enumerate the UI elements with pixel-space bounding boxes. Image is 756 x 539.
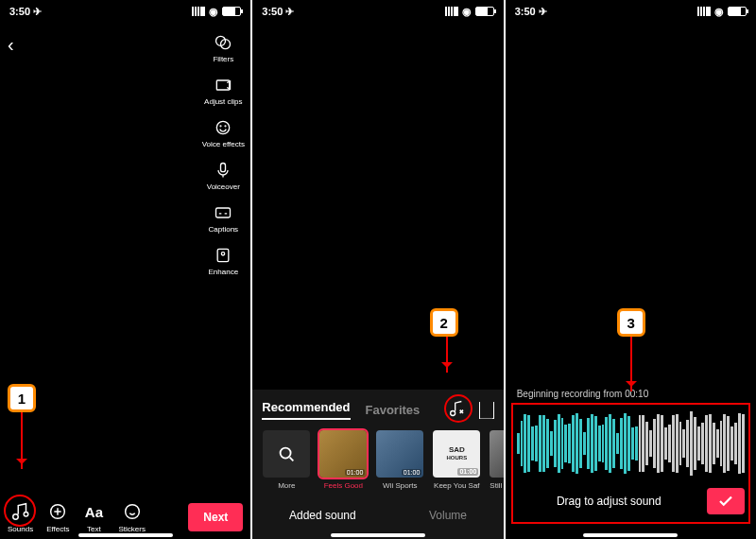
track-list: More 01:00 Feels Good 01:00 Wii Sports S… (252, 426, 503, 497)
status-bar: 3:50✈ ◉ (506, 0, 756, 23)
waveform[interactable] (517, 410, 745, 477)
drag-hint: Drag to adjust sound (517, 495, 701, 508)
annotation-arrow (446, 337, 448, 373)
status-time: 3:50 (9, 6, 30, 17)
location-icon: ✈ (285, 6, 294, 18)
adjust-clips-button[interactable]: Adjust clips (199, 75, 247, 106)
home-indicator (583, 533, 678, 537)
svg-point-5 (225, 126, 226, 127)
track-item[interactable]: 01:00 Feels Good (318, 430, 368, 490)
trim-sound-button[interactable] (449, 399, 468, 421)
battery-icon (728, 7, 747, 16)
stickers-button[interactable]: Stickers (118, 500, 145, 533)
status-bar: 3:50✈ ◉ (252, 0, 503, 23)
sounds-button[interactable]: Sounds (8, 500, 33, 533)
adjust-sound-screen: 3:50✈ ◉ Beginning recording from 00:10 D… (506, 0, 756, 539)
annotation-arrow (630, 337, 632, 391)
sounds-sheet: Recommended Favorites More 01:00 Feels G… (252, 390, 503, 539)
svg-point-9 (222, 252, 225, 255)
wifi-icon: ◉ (714, 6, 724, 18)
back-button[interactable]: ‹ (8, 34, 14, 56)
track-item[interactable]: 00:30 Still Don't Kno (489, 430, 503, 490)
signal-icon (445, 7, 458, 16)
svg-rect-7 (216, 208, 231, 217)
annotation-circle (444, 394, 472, 423)
wifi-icon: ◉ (209, 6, 218, 18)
added-sound-tab[interactable]: Added sound (289, 509, 356, 522)
callout-badge: 2 (430, 308, 458, 337)
signal-icon (697, 7, 711, 16)
tab-recommended[interactable]: Recommended (262, 400, 350, 420)
effects-button[interactable]: Effects (46, 500, 69, 533)
track-item[interactable]: SADHOURS01:00 Keep You Saf (432, 430, 481, 490)
status-bar: 3:50✈ ◉ (0, 0, 250, 23)
battery-icon (475, 7, 494, 16)
confirm-button[interactable] (707, 488, 745, 514)
svg-point-12 (125, 505, 139, 519)
track-item[interactable]: 01:00 Wii Sports (375, 430, 424, 490)
text-button[interactable]: AaText (82, 500, 105, 533)
location-icon: ✈ (33, 6, 42, 18)
filters-button[interactable]: Filters (199, 32, 247, 63)
svg-point-13 (281, 448, 291, 459)
annotation-circle (4, 495, 36, 527)
home-indicator (78, 533, 173, 537)
captions-button[interactable]: Captions (199, 202, 247, 234)
more-sounds-button[interactable]: More (262, 430, 311, 490)
voice-effects-button[interactable]: Voice effects (199, 117, 247, 148)
volume-tab[interactable]: Volume (429, 509, 467, 522)
annotation-arrow (21, 412, 23, 469)
callout-badge: 3 (617, 308, 645, 337)
annotation-box: Drag to adjust sound (511, 403, 750, 524)
home-indicator (331, 533, 425, 537)
svg-rect-2 (217, 80, 230, 90)
edit-screen: 3:50✈ ◉ ‹ Filters Adjust clips Voice eff… (0, 0, 250, 539)
side-toolbar: Filters Adjust clips Voice effects Voice… (199, 32, 247, 276)
callout-badge: 1 (8, 384, 36, 412)
bottom-toolbar: Sounds Effects AaText Stickers Next (0, 500, 250, 533)
next-button[interactable]: Next (188, 503, 243, 531)
tab-favorites[interactable]: Favorites (366, 403, 421, 417)
sounds-sheet-screen: 3:50✈ ◉ Recommended Favorites More 01:00… (252, 0, 503, 539)
svg-rect-6 (221, 164, 226, 172)
battery-icon (222, 7, 241, 16)
bookmark-button[interactable] (479, 402, 494, 419)
signal-icon (192, 7, 205, 16)
enhance-button[interactable]: Enhance (199, 245, 247, 276)
svg-point-4 (220, 126, 221, 127)
voiceover-button[interactable]: Voiceover (199, 160, 247, 191)
wifi-icon: ◉ (462, 6, 472, 18)
location-icon: ✈ (539, 6, 547, 18)
